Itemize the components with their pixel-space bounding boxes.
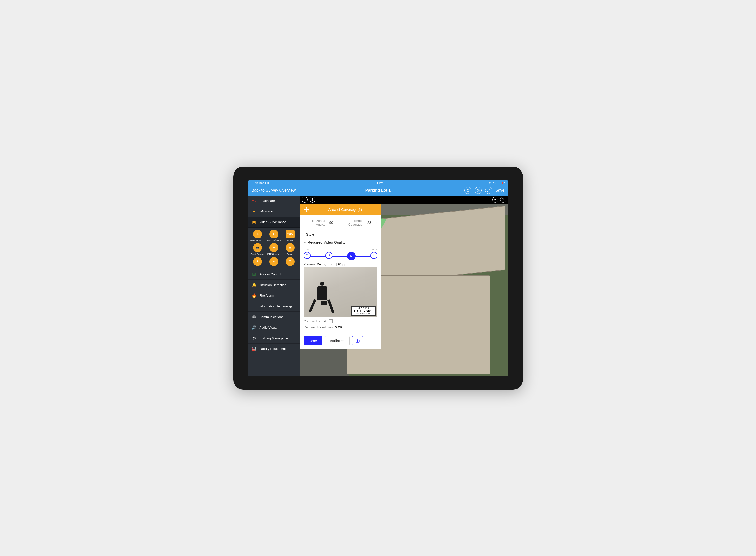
cost-button[interactable]: $ <box>310 197 316 203</box>
preview-image: NEW YORK ECL·7663 THE EMPIRE STATE <box>303 268 377 317</box>
access-control-icon: ▦ <box>252 272 256 277</box>
panel-title: Area of Coverage(1) <box>313 207 378 211</box>
reach-input[interactable]: 28 <box>365 219 374 227</box>
device-icon: ✳ <box>269 257 278 266</box>
sidebar-label: Infrastructure <box>259 210 279 213</box>
device-node[interactable]: NODENode <box>282 230 298 242</box>
signal-icon <box>251 181 254 184</box>
save-button[interactable]: Save <box>496 188 504 193</box>
status-time: 5:41 PM <box>373 181 383 184</box>
move-icon[interactable] <box>303 206 310 213</box>
sidebar-item-fire-alarm[interactable]: 🔥Fire Alarm <box>248 290 300 301</box>
sidebar-item-access-control[interactable]: ▦Access Control <box>248 269 300 280</box>
layers-button[interactable] <box>475 187 482 194</box>
svg-point-0 <box>502 198 504 200</box>
video-quality-disclosure[interactable]: ⌄ Required Video Quality <box>303 238 377 246</box>
comms-icon: ☏ <box>252 314 256 319</box>
corridor-checkbox[interactable] <box>329 319 332 323</box>
edit-button[interactable] <box>485 187 492 194</box>
device-icon: ⟲ <box>269 243 278 252</box>
low-label: LOW <box>303 248 309 251</box>
plate-tag: THE EMPIRE STATE <box>353 313 374 315</box>
sidebar-item-healthcare[interactable]: H₊ Healthcare <box>248 196 300 206</box>
license-plate: NEW YORK ECL·7663 THE EMPIRE STATE <box>351 306 376 315</box>
device-icon: NODE <box>286 230 295 239</box>
sidebar-item-communications[interactable]: ☏Communications <box>248 312 300 322</box>
device-icon: 🖵 <box>286 257 295 266</box>
nav-bar: Back to Survey Overview Parking Lot 1 Sa… <box>248 185 508 196</box>
it-icon: 🖥 <box>252 304 256 309</box>
measure-button[interactable]: ↔ <box>301 197 308 203</box>
sidebar-item-video-surveillance[interactable]: ▣ Video Surveillance <box>248 217 300 228</box>
carrier-label: Verizon <box>255 181 264 184</box>
svg-point-2 <box>357 340 358 342</box>
device-item[interactable]: ⬍ <box>250 257 265 267</box>
healthcare-icon: H₊ <box>252 198 256 203</box>
plate-state: NEW YORK <box>353 307 374 309</box>
h-angle-unit: ° <box>337 221 338 224</box>
network-label: LTE <box>265 181 270 184</box>
device-item[interactable]: 🖵 <box>282 257 298 267</box>
chevron-down-icon: ⌄ <box>303 241 306 244</box>
style-disclosure[interactable]: › Style <box>303 230 377 238</box>
sidebar-label: Intrusion Detection <box>259 283 286 287</box>
quality-slider[interactable]: G D R I <box>303 252 377 260</box>
back-button[interactable]: Back to Survey Overview <box>252 188 296 193</box>
camera-capture-button[interactable] <box>352 336 363 346</box>
status-bar: Verizon LTE 5:41 PM ✻ 5% ⚡︎ <box>248 180 508 185</box>
sidebar-label: Healthcare <box>259 199 275 203</box>
device-grid: ⇄Network Switch ◆VMS Software NODENode 📷… <box>248 228 300 269</box>
sidebar-label: Audio Visual <box>259 326 277 329</box>
pedestrian-figure <box>316 282 328 315</box>
sidebar-item-information-technology[interactable]: 🖥Information Technology <box>248 301 300 312</box>
high-label: HIGH <box>372 248 377 251</box>
quality-node-g[interactable]: G <box>303 252 311 259</box>
resolution-label: Required Resolution: <box>303 325 333 329</box>
device-server[interactable]: ▤Server <box>282 243 298 255</box>
battery-label: 5% <box>492 181 496 184</box>
device-icon: ◆ <box>269 230 278 239</box>
camera-icon: ▣ <box>252 220 256 224</box>
device-vms-software[interactable]: ◆VMS Software <box>266 230 282 242</box>
preview-label: Preview: <box>303 262 316 266</box>
coverage-panel: Area of Coverage(1) Horizontal Angle: 90… <box>300 204 381 349</box>
panel-header: Area of Coverage(1) <box>300 204 381 215</box>
sidebar-label: Access Control <box>259 272 281 276</box>
reach-unit: ft <box>375 221 377 224</box>
sidebar-item-intrusion-detection[interactable]: 🔔Intrusion Detection <box>248 280 300 290</box>
quality-node-d[interactable]: D <box>325 252 332 259</box>
device-icon: ▤ <box>286 243 295 252</box>
sidebar-item-infrastructure[interactable]: ✱ Infrastructure <box>248 206 300 217</box>
intrusion-icon: 🔔 <box>252 282 256 287</box>
reach-label: Reach Coverage: <box>341 219 363 227</box>
search-button[interactable] <box>500 197 506 203</box>
done-button[interactable]: Done <box>303 336 322 346</box>
h-angle-label: Horizontal Angle: <box>303 219 325 227</box>
sidebar-label: Fire Alarm <box>259 294 274 298</box>
sidebar-item-building-management[interactable]: ⚙Building Management <box>248 333 300 344</box>
attributes-button[interactable]: Attributes <box>325 336 350 346</box>
sidebar-label: Video Surveillance <box>259 220 286 224</box>
bms-icon: ⚙ <box>252 336 256 341</box>
preview-value: Recognition | 60 ppf <box>317 262 348 266</box>
sidebar-label: Facility Equipment <box>259 347 286 351</box>
style-label: Style <box>306 232 314 236</box>
quality-node-r[interactable]: R <box>347 252 356 260</box>
plate-number: ECL·7663 <box>353 309 374 313</box>
facility-icon: 🏭 <box>252 346 256 351</box>
device-ptz-camera[interactable]: ⟲PTZ Camera <box>266 243 282 255</box>
infrastructure-icon: ✱ <box>252 209 256 214</box>
corridor-label: Corridor Format: <box>303 319 327 323</box>
device-fixed-camera[interactable]: 📷Fixed Camera <box>250 243 265 255</box>
sidebar-item-facility-equipment[interactable]: 🏭Facility Equipment <box>248 344 300 354</box>
share-button[interactable] <box>464 187 471 194</box>
device-network-switch[interactable]: ⇄Network Switch <box>250 230 265 242</box>
device-item[interactable]: ✳ <box>266 257 282 267</box>
quality-node-i[interactable]: I <box>370 252 377 259</box>
fire-icon: 🔥 <box>252 293 256 298</box>
snapshot-button[interactable]: ⟳ <box>492 197 498 203</box>
device-icon: 📷 <box>253 243 262 252</box>
av-icon: 🔊 <box>252 325 256 330</box>
sidebar-item-audio-visual[interactable]: 🔊Audio Visual <box>248 322 300 333</box>
h-angle-input[interactable]: 90 <box>327 219 336 227</box>
